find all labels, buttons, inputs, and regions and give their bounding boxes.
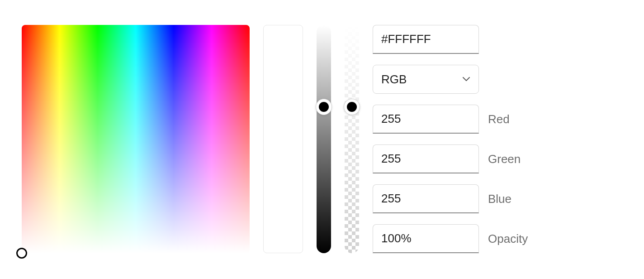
lightness-slider[interactable] — [317, 25, 331, 253]
red-label: Red — [488, 112, 510, 126]
opacity-input[interactable] — [373, 224, 479, 253]
opacity-label: Opacity — [488, 232, 528, 246]
blue-input[interactable] — [373, 184, 479, 213]
color-area[interactable] — [22, 25, 250, 253]
lightness-slider-handle[interactable] — [316, 99, 332, 115]
color-swatch-preview — [263, 25, 303, 253]
red-input[interactable] — [373, 105, 479, 134]
color-picker: RGB Red Green Blue Opacit — [22, 25, 622, 253]
color-area-handle[interactable] — [16, 248, 27, 259]
hex-input[interactable] — [373, 25, 479, 54]
green-label: Green — [488, 152, 521, 166]
color-mode-select[interactable]: RGB — [373, 65, 479, 94]
green-input[interactable] — [373, 144, 479, 173]
blue-label: Blue — [488, 192, 511, 206]
alpha-slider-handle[interactable] — [344, 99, 360, 115]
color-fields: RGB Red Green Blue Opacit — [373, 25, 528, 253]
alpha-slider[interactable] — [345, 25, 359, 253]
color-mode-selected-label: RGB — [381, 72, 407, 87]
chevron-down-icon — [462, 75, 470, 83]
